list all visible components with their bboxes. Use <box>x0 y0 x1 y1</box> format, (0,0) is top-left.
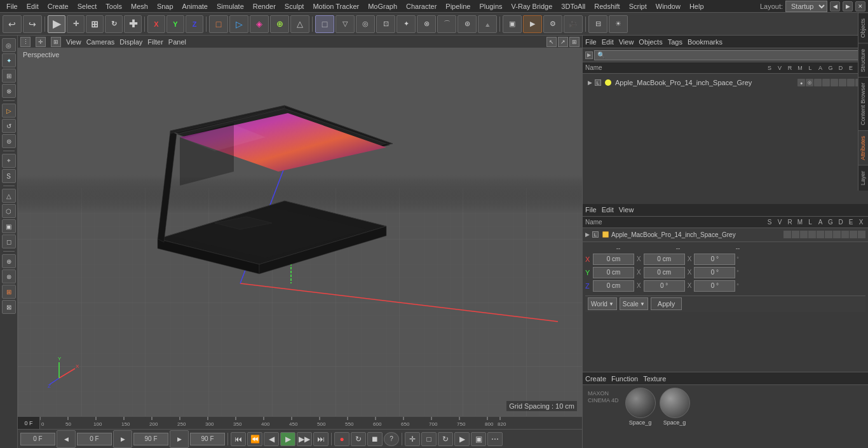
new-light-btn[interactable]: ✦ <box>397 15 416 33</box>
poly-mode-btn[interactable]: ▷ <box>229 15 248 33</box>
attr-tag-3[interactable] <box>800 231 808 238</box>
sidebar-btn-1[interactable]: ◎ <box>2 38 16 52</box>
new-torus-btn[interactable]: ⊗ <box>417 15 436 33</box>
loop-btn[interactable]: ↻ <box>351 432 366 446</box>
sidebar-btn-9[interactable]: S <box>2 169 16 183</box>
help-playback-btn[interactable]: ? <box>384 432 399 446</box>
menu-snap[interactable]: Snap <box>153 2 177 11</box>
extra-btn-5[interactable]: ▣ <box>471 432 486 446</box>
sidebar-btn-16[interactable]: ⊞ <box>2 285 16 299</box>
play-forward-btn[interactable]: ▶ <box>280 432 295 446</box>
menu-file[interactable]: File <box>3 2 22 11</box>
play-back-btn[interactable]: ⏪ <box>247 432 262 446</box>
rtab-content-browser[interactable]: Content Browser <box>858 77 868 130</box>
sidebar-btn-15[interactable]: ⊗ <box>2 269 16 283</box>
material-swatch-1[interactable]: Space_g <box>625 388 656 426</box>
material-swatch-2[interactable]: Space_g <box>660 388 690 426</box>
step-back-btn[interactable]: ◀ <box>264 432 279 446</box>
z-rot-field[interactable]: 0 ° <box>644 280 685 292</box>
menu-edit[interactable]: Edit <box>23 2 43 11</box>
mat-menu-texture[interactable]: Texture <box>643 375 666 383</box>
menu-plugins[interactable]: Plugins <box>475 2 506 11</box>
menu-pipeline[interactable]: Pipeline <box>442 2 474 11</box>
y-rot-field[interactable]: 0 cm <box>644 267 685 278</box>
vp-menu-cameras[interactable]: Cameras <box>86 38 115 46</box>
vp-menu-panel[interactable]: Panel <box>168 38 186 46</box>
attr-tag-10[interactable] <box>858 231 865 238</box>
obj-tag-4[interactable] <box>839 79 846 86</box>
sidebar-btn-17[interactable]: ⊠ <box>2 300 16 314</box>
obj-render-icon[interactable]: ◎ <box>806 79 813 86</box>
axis-y-btn[interactable]: Y <box>166 15 184 33</box>
model-mode-btn[interactable]: △ <box>290 15 309 33</box>
rtab-layer[interactable]: Layer <box>858 165 868 191</box>
rtab-attributes[interactable]: Attributes <box>858 130 868 165</box>
y-size-field[interactable]: 0 ° <box>694 267 735 278</box>
mode-select-btn[interactable]: ▶ <box>48 15 65 33</box>
extra-btn-1[interactable]: ✛ <box>405 432 420 446</box>
attr-tag-6[interactable] <box>825 231 832 238</box>
camera-btn[interactable]: 🎥 <box>564 15 583 33</box>
layout-left-btn[interactable]: ◀ <box>830 1 840 11</box>
extra-btn-2[interactable]: □ <box>421 432 437 446</box>
obj-menu-tags[interactable]: Tags <box>668 38 682 46</box>
redo-button[interactable]: ↪ <box>23 15 42 33</box>
obj-tag-3[interactable] <box>831 79 838 86</box>
attr-tag-1[interactable] <box>783 231 791 238</box>
attr-menu-edit[interactable]: Edit <box>602 206 614 214</box>
rtab-objects[interactable]: Objects <box>858 13 868 43</box>
new-plane-btn[interactable]: ⊡ <box>376 15 395 33</box>
object-item-macbook[interactable]: ▶ L Apple_MacBook_Pro_14_inch_Space_Grey… <box>585 76 865 89</box>
obj-expand-btn[interactable]: ▶ <box>585 51 593 59</box>
vp-ctrl-arrow-ur[interactable]: ↗ <box>558 37 568 47</box>
vp-menu-display[interactable]: Display <box>119 38 142 46</box>
z-size-field[interactable]: 0 ° <box>694 280 735 292</box>
timeline-ruler[interactable]: 0 50 100 150 200 250 300 350 400 <box>18 416 582 429</box>
axis-x-btn[interactable]: X <box>147 15 165 33</box>
end-frame-field[interactable]: 90 F <box>133 433 168 445</box>
x-pos-field[interactable]: 0 cm <box>593 254 634 265</box>
viewport-menu-btn[interactable]: ⋮ <box>20 37 31 47</box>
vp-ctrl-arrow-ul[interactable]: ↖ <box>546 37 557 47</box>
axis-z-btn[interactable]: Z <box>186 15 203 33</box>
mat-menu-create[interactable]: Create <box>585 375 606 383</box>
mode-move-btn[interactable]: ✛ <box>67 15 85 33</box>
attr-tag-5[interactable] <box>817 231 824 238</box>
viewport-move-btn[interactable]: ✛ <box>36 37 46 47</box>
menu-render[interactable]: Render <box>249 2 280 11</box>
obj-menu-bookmarks[interactable]: Bookmarks <box>688 38 722 46</box>
rtab-structure[interactable]: Structure <box>858 43 868 78</box>
menu-select[interactable]: Select <box>74 2 101 11</box>
undo-button[interactable]: ↩ <box>3 15 22 33</box>
sidebar-btn-12[interactable]: ▣ <box>2 219 16 233</box>
point-mode-btn[interactable]: ⊕ <box>270 15 289 33</box>
sky-btn[interactable]: ☀ <box>609 15 628 33</box>
frame-fwd-btn[interactable]: ▶ <box>113 430 132 448</box>
menu-mograph[interactable]: MoGraph <box>364 2 401 11</box>
render-btn[interactable]: ▶ <box>523 15 542 33</box>
menu-vray[interactable]: V-Ray Bridge <box>508 2 557 11</box>
sidebar-btn-6[interactable]: ↺ <box>2 119 16 133</box>
sidebar-btn-7[interactable]: ⊜ <box>2 134 16 148</box>
sidebar-btn-14[interactable]: ⊕ <box>2 254 16 268</box>
scale-dropdown[interactable]: Scale ▼ <box>620 297 648 310</box>
sidebar-btn-13[interactable]: ◻ <box>2 234 16 248</box>
viewport-3d[interactable]: X Y Z Perspective Grid Spacing : 10 cm <box>18 48 582 416</box>
menu-sculpt[interactable]: Sculpt <box>281 2 308 11</box>
obj-menu-edit[interactable]: Edit <box>602 38 614 46</box>
extra-btn-6[interactable]: ⋯ <box>487 432 503 446</box>
menu-tools[interactable]: Tools <box>102 2 126 11</box>
menu-redshift[interactable]: Redshift <box>590 2 623 11</box>
goto-end-btn[interactable]: ⏭ <box>313 432 329 446</box>
menu-create[interactable]: Create <box>44 2 72 11</box>
sidebar-btn-4[interactable]: ⊗ <box>2 84 16 98</box>
sidebar-btn-8[interactable]: ⌖ <box>2 154 16 168</box>
object-manager-list[interactable]: ▶ L Apple_MacBook_Pro_14_inch_Space_Grey… <box>583 74 868 204</box>
layout-right-btn[interactable]: ▶ <box>843 1 853 11</box>
mat-menu-function[interactable]: Function <box>611 375 638 383</box>
layout-close-btn[interactable]: ✕ <box>855 1 865 11</box>
obj-vis-icon[interactable]: ● <box>797 79 805 86</box>
obj-tag-1[interactable] <box>814 79 822 86</box>
obj-menu-objects[interactable]: Objects <box>639 38 662 46</box>
menu-animate[interactable]: Animate <box>179 2 212 11</box>
